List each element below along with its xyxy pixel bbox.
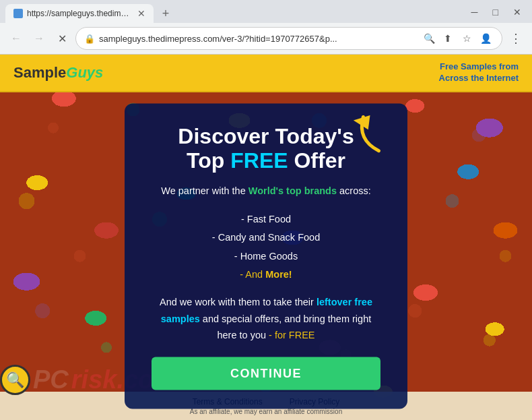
subtext: We partner with the World's top brands a… bbox=[152, 183, 380, 200]
list-item: - Candy and Snack Food bbox=[152, 229, 380, 247]
arrow-container bbox=[350, 113, 391, 162]
address-bar-row: ← → ✕ 🔒 sampleguys.thedimepress.com/ver-… bbox=[0, 23, 532, 54]
headline-free: FREE bbox=[230, 148, 288, 173]
bottom-yellow: - for FREE bbox=[269, 330, 314, 340]
minimize-button[interactable]: ─ bbox=[466, 5, 484, 19]
search-icon[interactable]: 🔍 bbox=[421, 30, 437, 47]
subtext-part1: We partner with the bbox=[161, 185, 248, 196]
tab-title: https://sampleguys.thedimepres... bbox=[27, 9, 131, 18]
back-button[interactable]: ← bbox=[7, 29, 26, 48]
maximize-button[interactable]: □ bbox=[488, 5, 504, 19]
site-tagline: Free Samples from Across the Internet bbox=[411, 61, 519, 84]
new-tab-button[interactable]: + bbox=[156, 4, 175, 23]
tab-close-button[interactable]: ✕ bbox=[137, 8, 145, 19]
bookmark-icon[interactable]: ☆ bbox=[459, 30, 475, 47]
profile-icon[interactable]: 👤 bbox=[477, 30, 494, 47]
address-text: sampleguys.thedimepress.com/ver-3/?hitid… bbox=[99, 34, 417, 44]
list-item: - Home Goods bbox=[152, 247, 380, 266]
window-controls: ─ □ ✕ bbox=[466, 5, 527, 22]
share-icon[interactable]: ⬆ bbox=[440, 30, 456, 47]
page-content: SampleGuys Free Samples from Across the … bbox=[0, 55, 532, 420]
tab-bar: https://sampleguys.thedimepres... ✕ + ─ … bbox=[0, 0, 532, 23]
lock-icon: 🔒 bbox=[84, 34, 95, 44]
list-item: - And More! bbox=[152, 266, 380, 284]
browser-chrome: https://sampleguys.thedimepres... ✕ + ─ … bbox=[0, 0, 532, 55]
headline-part1: Discover Today's bbox=[178, 123, 354, 148]
logo-sample-text: Sample bbox=[13, 64, 66, 81]
headline-part3: Offer bbox=[288, 148, 345, 173]
address-icons: 🔍 ⬆ ☆ 👤 bbox=[421, 30, 494, 47]
browser-menu-button[interactable]: ⋮ bbox=[506, 29, 525, 48]
subtext-part2: across: bbox=[337, 185, 371, 196]
address-box[interactable]: 🔒 sampleguys.thedimepress.com/ver-3/?hit… bbox=[75, 27, 502, 50]
pcrisk-icon: 🔍 bbox=[0, 365, 30, 395]
active-tab[interactable]: https://sampleguys.thedimepres... ✕ bbox=[5, 4, 154, 23]
window-close-button[interactable]: ✕ bbox=[508, 5, 527, 19]
headline-part2: Top bbox=[187, 148, 230, 173]
list-items: - Fast Food - Candy and Snack Food - Hom… bbox=[152, 210, 380, 284]
subtext-brands: World's top brands bbox=[248, 185, 337, 196]
continue-button[interactable]: CONTINUE bbox=[152, 357, 380, 390]
reload-button[interactable]: ✕ bbox=[53, 29, 71, 48]
site-header: SampleGuys Free Samples from Across the … bbox=[0, 55, 532, 92]
logo-guys-text: Guys bbox=[66, 64, 103, 81]
forward-button[interactable]: → bbox=[30, 29, 48, 48]
bottom-text: And we work with them to take their left… bbox=[152, 293, 380, 343]
svg-marker-0 bbox=[354, 112, 376, 133]
site-logo: SampleGuys bbox=[13, 64, 103, 82]
pcrisk-text: PC bbox=[33, 365, 69, 394]
tab-favicon bbox=[13, 9, 23, 18]
list-item: - Fast Food bbox=[152, 210, 380, 229]
footer-disclaimer: As an affiliate, we may earn an affiliat… bbox=[190, 408, 342, 415]
pcrisk-icon-symbol: 🔍 bbox=[6, 371, 24, 389]
bottom-text-part1: And we work with them to take their bbox=[160, 296, 317, 307]
